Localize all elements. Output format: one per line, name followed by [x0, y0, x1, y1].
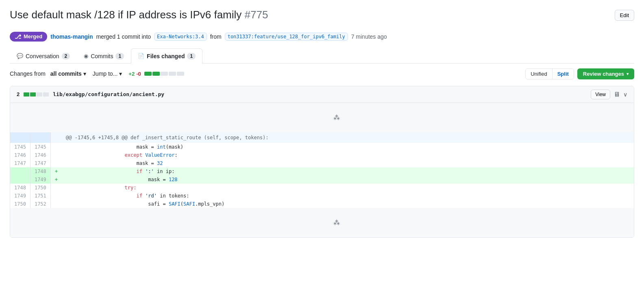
- line-code: if ':' in ip:: [62, 167, 634, 175]
- diff-bar-seg-5: [177, 72, 184, 76]
- tab-conversation-label: Conversation: [26, 53, 59, 59]
- line-num-new: 1749: [30, 175, 50, 184]
- monitor-icon[interactable]: 🖥: [614, 91, 620, 98]
- line-num-new: 1747: [30, 159, 50, 167]
- table-row: 1748 1750 try:: [10, 184, 634, 192]
- file-mini-seg-1: [24, 92, 29, 96]
- review-changes-chevron: ▾: [627, 72, 629, 76]
- line-sign: [50, 192, 62, 200]
- hunk-header-code: @@ -1745,6 +1745,8 @@ def _insert_static…: [62, 132, 634, 143]
- jump-to-label: Jump to...: [93, 70, 117, 77]
- hunk-line-num-new: [30, 132, 50, 143]
- table-row: 1749 1751 if 'rd' in tokens:: [10, 192, 634, 200]
- line-num-old: 1747: [10, 159, 30, 167]
- changes-from-chevron: ▾: [83, 70, 86, 77]
- base-branch[interactable]: Exa-Networks:3.4: [154, 33, 207, 41]
- line-num-old: 1750: [10, 200, 30, 208]
- line-code: safi = SAFI(SAFI.mpls_vpn): [62, 200, 634, 208]
- file-path[interactable]: lib/exabgp/configuration/ancient.py: [53, 91, 164, 97]
- file-mini-seg-2: [30, 92, 36, 96]
- expand-icon-top: ⁂: [333, 114, 340, 121]
- expand-row-bottom: ⁂: [10, 208, 634, 237]
- view-toggle: Unified Split: [525, 68, 574, 79]
- additions-count: +2: [128, 71, 135, 77]
- merged-badge: ⎇ Merged: [10, 32, 47, 42]
- line-num-new: 1751: [30, 192, 50, 200]
- view-split-button[interactable]: Split: [553, 69, 574, 79]
- table-row: 1747 1747 mask = 32: [10, 159, 634, 167]
- pr-meta-row: ⎇ Merged thomas-mangin merged 1 commit i…: [10, 32, 634, 42]
- line-code: mask = 128: [62, 175, 634, 184]
- tab-conversation[interactable]: 💬 Conversation 2: [10, 48, 77, 64]
- pr-title: Use default mask /128 if IP address is I…: [10, 8, 268, 22]
- hunk-sign: [50, 132, 62, 143]
- pr-number: #775: [245, 9, 268, 21]
- line-code: try:: [62, 184, 634, 192]
- expand-icon-bottom: ⁂: [333, 219, 340, 226]
- diff-bar-seg-2: [152, 72, 160, 76]
- pr-author[interactable]: thomas-mangin: [50, 33, 93, 40]
- review-changes-label: Review changes: [583, 71, 624, 77]
- line-sign: [50, 159, 62, 167]
- expand-icon-cell-top[interactable]: ⁂: [10, 103, 634, 132]
- merged-label: Merged: [24, 33, 42, 39]
- line-num-old: 1746: [10, 151, 30, 159]
- tab-files-changed-label: Files changed: [147, 53, 185, 59]
- diff-toolbar-right: Unified Split Review changes ▾: [525, 68, 634, 79]
- table-row: 1750 1752 safi = SAFI(SAFI.mpls_vpn): [10, 200, 634, 208]
- files-changed-icon: 📄: [138, 53, 144, 59]
- view-file-button[interactable]: View: [591, 90, 610, 99]
- expand-icon-cell-bottom[interactable]: ⁂: [10, 208, 634, 237]
- line-num-new: 1750: [30, 184, 50, 192]
- tabs-bar: 💬 Conversation 2 ◉ Commits 1 📄 Files cha…: [10, 48, 634, 64]
- file-change-count: 2: [17, 91, 20, 97]
- pr-title-text: Use default mask /128 if IP address is I…: [10, 9, 242, 21]
- tab-commits[interactable]: ◉ Commits 1: [77, 48, 131, 64]
- line-sign: +: [50, 175, 62, 184]
- line-code: mask = int(mask): [62, 143, 634, 151]
- line-num-old: 1749: [10, 192, 30, 200]
- review-changes-button[interactable]: Review changes ▾: [577, 68, 634, 79]
- line-num-old: [10, 167, 30, 175]
- diff-toolbar: Changes from all commits ▾ Jump to... ▾ …: [10, 64, 634, 84]
- line-sign: +: [50, 167, 62, 175]
- line-sign: [50, 143, 62, 151]
- diff-bar-seg-4: [169, 72, 176, 76]
- pr-meta-text: merged 1 commit into: [96, 33, 151, 40]
- jump-to-dropdown[interactable]: Jump to... ▾: [93, 70, 122, 77]
- line-num-old: 1745: [10, 143, 30, 151]
- collapse-icon[interactable]: ∨: [623, 91, 627, 98]
- merge-icon: ⎇: [15, 33, 21, 40]
- line-sign: [50, 151, 62, 159]
- changes-from-value: all commits: [50, 70, 82, 77]
- tab-commits-badge: 1: [115, 53, 124, 59]
- line-num-old: [10, 175, 30, 184]
- file-header-right: View 🖥 ∨: [591, 90, 627, 99]
- hunk-line-num-old: [10, 132, 30, 143]
- time-ago: 7 minutes ago: [351, 33, 387, 40]
- tab-files-changed[interactable]: 📄 Files changed 1: [131, 48, 202, 64]
- from-text: from: [210, 33, 222, 40]
- file-header: 2 lib/exabgp/configuration/ancient.py Vi…: [10, 86, 634, 103]
- conversation-icon: 💬: [17, 53, 23, 59]
- line-code: except ValueError:: [62, 151, 634, 159]
- view-unified-button[interactable]: Unified: [526, 69, 552, 79]
- head-branch[interactable]: ton31337:feature/use_128_for_ipv6_family: [225, 33, 348, 41]
- table-row: 1745 1745 mask = int(mask): [10, 143, 634, 151]
- diff-bar: [144, 72, 184, 76]
- line-code: if 'rd' in tokens:: [62, 192, 634, 200]
- edit-button[interactable]: Edit: [615, 10, 634, 21]
- pr-title-row: Use default mask /128 if IP address is I…: [10, 8, 634, 27]
- diff-table: ⁂ @@ -1745,6 +1745,8 @@ def _insert_stat…: [10, 103, 634, 237]
- file-mini-bar: [24, 92, 49, 96]
- file-section: 2 lib/exabgp/configuration/ancient.py Vi…: [10, 86, 634, 238]
- diff-bar-seg-3: [161, 72, 168, 76]
- table-row: 1746 1746 except ValueError:: [10, 151, 634, 159]
- line-num-new: 1752: [30, 200, 50, 208]
- line-num-new: 1746: [30, 151, 50, 159]
- changes-from-dropdown[interactable]: Changes from all commits ▾: [10, 70, 86, 77]
- changes-from-label: Changes from: [10, 70, 46, 77]
- tab-files-changed-badge: 1: [187, 53, 196, 59]
- diff-bar-seg-1: [144, 72, 152, 76]
- hunk-header-row: @@ -1745,6 +1745,8 @@ def _insert_static…: [10, 132, 634, 143]
